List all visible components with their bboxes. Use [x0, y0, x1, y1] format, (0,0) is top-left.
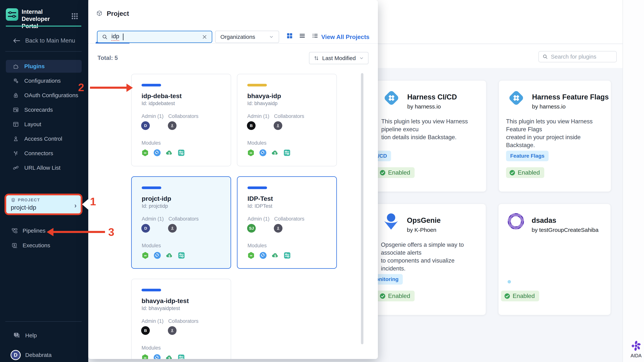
sidebar-item-pipelines[interactable]: Pipelines	[11, 227, 46, 234]
harness-diamond-icon	[506, 87, 527, 109]
plugin-description: This plugin lets you view Harness Featur…	[506, 118, 606, 149]
admin-avatar: SJ	[247, 224, 256, 233]
plugin-tag-badge: Feature Flags	[506, 151, 548, 161]
annotation-arrow-2-head	[126, 84, 133, 92]
project-search-input[interactable]: idp	[97, 31, 212, 43]
plugin-card-harness-cicd[interactable]: Harness CI/CD by harness.io This plugin …	[374, 80, 486, 192]
sidebar-item-label: Plugins	[24, 63, 44, 70]
layers-icon	[11, 198, 16, 202]
card-color-bar	[142, 289, 161, 291]
plugin-author: by harness.io	[532, 103, 609, 110]
organizations-dropdown[interactable]: Organizations	[215, 31, 279, 43]
sidebar-item-access-control[interactable]: Access Control	[6, 132, 82, 145]
check-circle-icon	[380, 170, 386, 176]
chevron-down-icon	[269, 35, 274, 39]
cloud-cost-icon: $	[271, 149, 279, 157]
play-icon	[11, 242, 18, 249]
sidebar-item-layout[interactable]: Layout	[6, 118, 82, 131]
project-card-projct-idp[interactable]: projct-idp Id: projctidp Admin (1) Colla…	[131, 176, 231, 269]
project-card-idp-deba-test[interactable]: idp-deba-test Id: idpdebatest Admin (1) …	[131, 74, 231, 166]
puzzle-icon	[12, 63, 19, 70]
card-color-bar	[248, 186, 267, 189]
view-all-projects-link[interactable]: View All Projects	[321, 34, 370, 41]
sidebar: Internal Developer Portal Back to Main M…	[0, 0, 88, 362]
plugin-card-opsgenie[interactable]: OpsGenie by K-Phoen Opsgenie offers a si…	[374, 204, 486, 315]
tab-project[interactable]: Project	[96, 10, 129, 17]
modal-scrollbar[interactable]	[361, 73, 364, 344]
sidebar-item-connectors[interactable]: Connectors	[6, 147, 82, 160]
back-to-main-menu[interactable]: Back to Main Menu	[13, 37, 75, 44]
idp-module-icon	[283, 251, 291, 259]
admin-avatar: D	[141, 121, 150, 130]
project-card-bhavya-idp[interactable]: bhavya-idp Id: bhavyaidp Admin (1) Colla…	[237, 74, 337, 166]
plugin-author: by harness.io	[407, 103, 457, 110]
sidebar-item-label: URL Allow List	[24, 165, 60, 171]
modules-label: Modules	[142, 140, 161, 146]
project-card-idp-test[interactable]: IDP-Test Id: IDPTest Admin (1) Collabora…	[237, 176, 337, 269]
user-menu[interactable]: D Debabrata	[10, 350, 52, 360]
plugin-search-input[interactable]: Search for plugins	[538, 51, 617, 62]
idp-module-icon	[178, 251, 185, 259]
svg-text:∞: ∞	[250, 253, 252, 257]
plugin-author: by testGroupCreateSahiba	[532, 227, 598, 233]
svg-text:?: ?	[15, 333, 17, 336]
right-edge-strip	[622, 0, 644, 362]
help-button[interactable]: ? Help	[13, 331, 37, 339]
back-arrow-icon	[13, 38, 20, 44]
ci-hexagon-icon: ∞	[247, 149, 255, 157]
collaborator-avatar	[168, 224, 177, 233]
plugin-card-dsadas[interactable]: dsadas by testGroupCreateSahiba Enabled	[498, 204, 611, 315]
pipeline-icon	[11, 227, 18, 234]
plugin-title: dsadas	[532, 216, 598, 224]
sidebar-item-executions[interactable]: Executions	[11, 242, 50, 249]
ci-hexagon-icon: ∞	[247, 251, 255, 259]
sidebar-item-label: Layout	[24, 121, 41, 128]
chaos-circle-icon	[259, 251, 267, 259]
aida-icon	[630, 340, 642, 352]
plugin-title: OpsGenie	[407, 216, 441, 224]
project-scope-label: PROJECT	[18, 198, 40, 202]
sidebar-item-plugins[interactable]: Plugins	[6, 60, 82, 73]
admin-label: Admin (1)	[142, 113, 164, 119]
project-card-bhavya-idp-test[interactable]: bhavya-idp-test Id: bhavyaidptest Admin …	[131, 279, 231, 359]
sidebar-item-label: Connectors	[24, 150, 53, 157]
chevron-right-icon: ›	[74, 202, 76, 210]
svg-text:∞: ∞	[144, 356, 146, 359]
module-switcher-icon[interactable]	[70, 12, 79, 21]
collaborators-label: Collaborators	[168, 216, 199, 222]
admin-label: Admin (1)	[247, 113, 269, 119]
sort-dropdown[interactable]: Last Modified	[309, 52, 368, 64]
project-selector-annotated[interactable]: PROJECT projct-idp ›	[4, 194, 82, 215]
aida-button[interactable]: AIDA	[628, 340, 644, 358]
svg-text:$: $	[168, 254, 170, 258]
project-card-id: Id: IDPTest	[248, 203, 272, 209]
gears-icon	[12, 78, 19, 84]
annotation-arrow-2-shaft	[90, 87, 127, 89]
app-screen: Search for plugins Harness CI/CD by harn…	[0, 0, 644, 362]
collaborator-avatar	[168, 326, 176, 335]
chaos-circle-icon	[154, 251, 161, 259]
project-card-title: idp-deba-test	[142, 92, 182, 100]
annotation-pointer	[82, 199, 88, 210]
sidebar-item-scorecards[interactable]: Scorecards	[6, 103, 82, 116]
total-count: Total: 5	[98, 55, 118, 61]
sidebar-item-url-allow-list[interactable]: URL Allow List	[6, 161, 82, 174]
svg-text:$: $	[168, 151, 170, 155]
clear-search-icon[interactable]	[202, 34, 208, 40]
collaborators-label: Collaborators	[168, 113, 198, 119]
brand-accent-rule	[6, 26, 81, 27]
svg-text:∞: ∞	[144, 151, 146, 155]
check-circle-icon	[504, 293, 510, 299]
sidebar-item-label: Access Control	[24, 136, 62, 142]
divider	[5, 321, 82, 322]
plugin-card-feature-flags[interactable]: Harness Feature Flags by harness.io This…	[499, 80, 611, 192]
plugin-title: Harness CI/CD	[407, 93, 457, 101]
plugin-status-badge: Enabled	[506, 167, 544, 178]
grid-view-icon[interactable]	[286, 32, 293, 39]
compact-list-view-icon[interactable]	[312, 32, 318, 39]
branch-icon	[12, 150, 19, 157]
list-view-icon[interactable]	[299, 32, 306, 39]
search-query-text: idp	[112, 33, 119, 41]
sidebar-item-configurations[interactable]: Configurations	[6, 74, 82, 87]
sidebar-item-oauth-configurations[interactable]: OAuth Configurations	[6, 89, 82, 102]
